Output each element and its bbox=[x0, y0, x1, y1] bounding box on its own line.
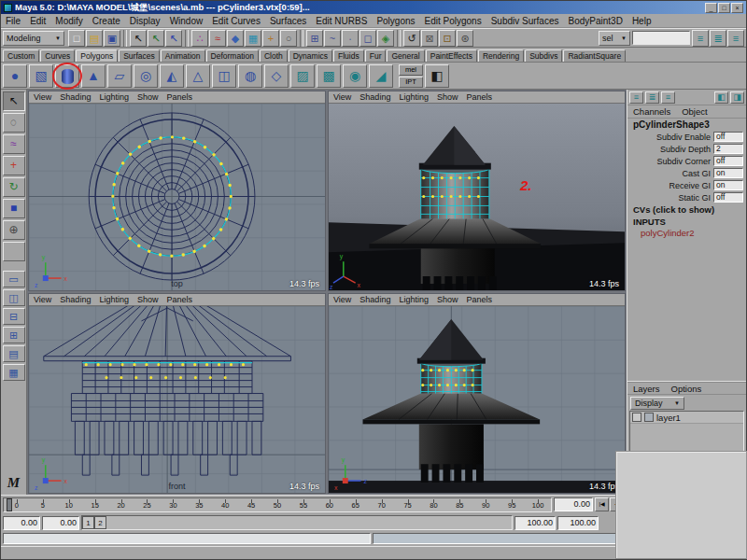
two-panes-stacked-layout-button[interactable]: ⊟ bbox=[3, 308, 25, 325]
viewport-menu-item[interactable]: Lighting bbox=[399, 92, 429, 102]
current-time-field[interactable]: 0.00 bbox=[554, 497, 593, 511]
channel-value-field[interactable]: off bbox=[713, 132, 743, 142]
shelf-tab[interactable]: Subdivs bbox=[525, 49, 562, 62]
paint-bucket-icon[interactable]: ◧ bbox=[425, 64, 449, 88]
layer-display-selector[interactable]: Display ▼ bbox=[630, 397, 684, 410]
layer-editor-menu[interactable]: Options bbox=[671, 384, 702, 394]
list-history-icon[interactable]: ≡ bbox=[727, 30, 744, 47]
shelf-tab[interactable]: RadiantSquare bbox=[563, 49, 626, 62]
channel-sliders-icon[interactable]: ◧ bbox=[714, 91, 728, 104]
input-node[interactable]: polyCylinder2 bbox=[627, 228, 746, 239]
viewport-menu-item[interactable]: Lighting bbox=[99, 295, 129, 304]
viewport-menu-item[interactable]: Panels bbox=[166, 92, 192, 102]
channel-box-menu[interactable]: Channels bbox=[633, 106, 670, 117]
shelf-tab[interactable]: Rendering bbox=[478, 49, 524, 62]
shelf-tab[interactable]: PaintEffects bbox=[426, 49, 477, 62]
viewport-menu-item[interactable]: Shading bbox=[359, 92, 390, 102]
shelf-tab[interactable]: Fur bbox=[365, 49, 387, 62]
poly-cube-icon[interactable]: ▧ bbox=[29, 64, 53, 88]
select-lines-mask-icon[interactable]: ≈ bbox=[209, 30, 226, 47]
viewport-menu-item[interactable]: View bbox=[333, 295, 351, 304]
channel-manipulator-icon[interactable]: ◨ bbox=[730, 91, 744, 104]
new-scene-icon[interactable]: □ bbox=[68, 30, 85, 47]
scale-tool[interactable]: ■ bbox=[3, 199, 25, 218]
rotate-tool[interactable]: ↻ bbox=[3, 177, 25, 197]
poly-cylinder-icon[interactable] bbox=[55, 64, 79, 88]
time-ruler[interactable]: 0510152025303540455055606570758085909510… bbox=[3, 497, 552, 512]
menu-item[interactable]: BodyPaint3D bbox=[564, 16, 627, 26]
viewport-menu-item[interactable]: Show bbox=[137, 295, 159, 304]
render-globals-icon[interactable]: ⊛ bbox=[457, 30, 473, 47]
viewport-menu-item[interactable]: Shading bbox=[60, 92, 91, 102]
list-output-connections-icon[interactable]: ≣ bbox=[710, 30, 726, 47]
channel-value-field[interactable]: off bbox=[713, 192, 743, 203]
show-channels-and-layers-icon[interactable]: ≡ bbox=[661, 91, 675, 104]
viewport-menu-item[interactable]: Panels bbox=[466, 92, 492, 102]
list-input-connections-icon[interactable]: ≡ bbox=[692, 30, 709, 47]
viewport-menu-item[interactable]: Show bbox=[137, 92, 159, 102]
viewport-menu-item[interactable]: View bbox=[34, 92, 51, 102]
viewport-top-canvas[interactable]: y x z top 14.3 fps bbox=[29, 104, 325, 290]
multi-pane-layout-button[interactable]: ▦ bbox=[3, 364, 25, 381]
snap-to-view-planes-icon[interactable]: ◻ bbox=[359, 30, 376, 47]
menu-item[interactable]: Subdiv Surfaces bbox=[486, 16, 564, 26]
playback-start-field[interactable]: 0.00 bbox=[42, 516, 79, 530]
smooth-proxy-icon[interactable]: ▨ bbox=[290, 64, 315, 88]
split-polygon-icon[interactable]: ◢ bbox=[369, 64, 393, 88]
viewport-menu-item[interactable]: Lighting bbox=[399, 295, 429, 304]
snap-to-points-icon[interactable]: ∙ bbox=[342, 30, 359, 47]
single-pane-layout-button[interactable]: ▭ bbox=[3, 271, 25, 287]
select-by-component-icon[interactable]: ↖ bbox=[165, 30, 182, 47]
playback-end-field[interactable]: 100.00 bbox=[514, 516, 556, 530]
channel-value-field[interactable]: 2 bbox=[713, 144, 743, 154]
poly-plane-icon[interactable]: ▱ bbox=[107, 64, 132, 88]
render-current-frame-icon[interactable]: ⊠ bbox=[421, 30, 438, 47]
range-end-handle[interactable]: 2 bbox=[94, 516, 106, 529]
channel-value-field[interactable]: on bbox=[713, 168, 743, 178]
select-handles-mask-icon[interactable]: + bbox=[262, 30, 279, 47]
menu-item[interactable]: Edit Polygons bbox=[420, 16, 486, 26]
poly-torus-icon[interactable]: ◎ bbox=[134, 64, 158, 88]
shelf-tab[interactable]: Fluids bbox=[333, 49, 364, 62]
shelf-tab[interactable]: General bbox=[387, 49, 424, 62]
mel-shelf-button[interactable]: mel bbox=[399, 64, 423, 76]
layer-visibility-toggle[interactable] bbox=[632, 413, 641, 422]
viewport-menu-item[interactable]: Shading bbox=[359, 295, 390, 304]
shelf-tab[interactable]: Dynamics bbox=[289, 49, 332, 62]
poly-cone-icon[interactable]: ▲ bbox=[81, 64, 106, 88]
poly-soccer-ball-icon[interactable]: ◍ bbox=[238, 64, 262, 88]
universal-manipulator-tool[interactable]: ⊕ bbox=[3, 220, 25, 240]
ipt-shelf-button[interactable]: IPT bbox=[399, 77, 423, 88]
poly-platonic-solids-icon[interactable]: ◇ bbox=[264, 64, 289, 88]
snap-to-curves-icon[interactable]: ~ bbox=[324, 30, 341, 47]
current-tool-slot[interactable] bbox=[3, 242, 25, 261]
menu-set-selector[interactable]: Modeling ▼ bbox=[3, 31, 64, 46]
shelf-tab[interactable]: Deformation bbox=[206, 49, 259, 62]
shelf-tab[interactable]: Curves bbox=[40, 49, 75, 62]
poly-pipe-icon[interactable]: ◫ bbox=[212, 64, 236, 88]
menu-item[interactable]: Polygons bbox=[372, 16, 419, 26]
menu-item[interactable]: Window bbox=[165, 16, 208, 26]
ipr-render-icon[interactable]: ⊡ bbox=[439, 30, 456, 47]
viewport-menu-item[interactable]: Panels bbox=[466, 295, 492, 304]
quick-selection-field[interactable] bbox=[632, 31, 690, 45]
sculpt-geometry-icon[interactable]: ◉ bbox=[343, 64, 367, 88]
menu-item[interactable]: Edit bbox=[25, 16, 50, 26]
viewport-menu-item[interactable]: View bbox=[333, 92, 351, 102]
select-faces-mask-icon[interactable]: ◆ bbox=[227, 30, 244, 47]
cvs-header[interactable]: CVs (click to show) bbox=[627, 203, 746, 216]
select-tool[interactable]: ↖ bbox=[3, 91, 25, 111]
maximize-button[interactable]: □ bbox=[718, 3, 730, 13]
save-scene-icon[interactable]: ▣ bbox=[104, 30, 120, 47]
three-panes-layout-button[interactable]: ▤ bbox=[3, 345, 25, 362]
lasso-select-tool[interactable]: ◌ bbox=[3, 113, 25, 133]
animation-start-field[interactable]: 0.00 bbox=[3, 516, 40, 530]
four-panes-layout-button[interactable]: ⊞ bbox=[3, 327, 25, 343]
menu-item[interactable]: Create bbox=[88, 16, 125, 26]
construction-history-icon[interactable]: ↺ bbox=[403, 30, 420, 47]
show-layer-editor-icon[interactable]: ≣ bbox=[645, 91, 659, 104]
shelf-tab[interactable]: Custom bbox=[3, 49, 39, 62]
channel-value-field[interactable]: off bbox=[713, 156, 743, 166]
viewport-menu-item[interactable]: Panels bbox=[166, 295, 192, 304]
animation-end-field[interactable]: 100.00 bbox=[557, 516, 599, 530]
